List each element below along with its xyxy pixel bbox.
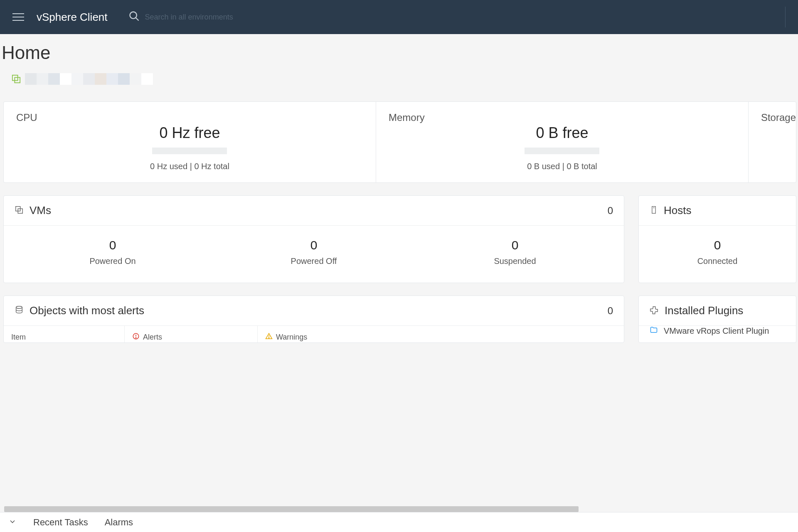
vms-hosts-row: VMs 0 0 Powered On 0 Powered Off 0 Suspe… xyxy=(3,195,796,283)
page-title: Home xyxy=(2,42,798,63)
vms-stats: 0 Powered On 0 Powered Off 0 Suspended xyxy=(12,238,616,266)
hosts-connected-num: 0 xyxy=(647,238,788,252)
plugin-item-label: VMware vRops Client Plugin xyxy=(664,326,769,336)
tab-recent-tasks[interactable]: Recent Tasks xyxy=(33,517,88,528)
hosts-connected[interactable]: 0 Connected xyxy=(647,238,788,266)
memory-label: Memory xyxy=(389,112,736,123)
warning-icon xyxy=(265,332,273,342)
vms-icon xyxy=(15,205,24,216)
svg-point-11 xyxy=(135,337,136,338)
alert-icon xyxy=(132,332,140,342)
vms-suspended[interactable]: 0 Suspended xyxy=(414,238,616,266)
cpu-sub: 0 Hz used | 0 Hz total xyxy=(16,162,363,171)
plugin-item-vrops[interactable]: VMware vRops Client Plugin xyxy=(639,326,796,342)
cpu-bar xyxy=(152,148,227,154)
hosts-icon xyxy=(650,205,658,216)
hosts-title: Hosts xyxy=(664,204,785,217)
tab-alarms[interactable]: Alarms xyxy=(105,517,133,528)
vms-powered-on-num: 0 xyxy=(12,238,213,252)
cpu-card[interactable]: CPU 0 Hz free 0 Hz used | 0 Hz total xyxy=(4,102,376,182)
storage-card[interactable]: Storage xyxy=(748,102,796,182)
search-icon[interactable] xyxy=(128,10,140,24)
storage-label: Storage xyxy=(761,112,796,123)
plugins-title: Installed Plugins xyxy=(665,304,785,317)
resource-panel: CPU 0 Hz free 0 Hz used | 0 Hz total Mem… xyxy=(3,101,796,183)
alerts-col-warnings[interactable]: Warnings xyxy=(257,326,624,342)
vms-powered-off-num: 0 xyxy=(213,238,414,252)
search-wrap xyxy=(128,10,311,24)
alerts-plugins-row: Objects with most alerts 0 Item Alerts xyxy=(3,296,796,343)
vms-powered-on[interactable]: 0 Powered On xyxy=(12,238,213,266)
alerts-col-alerts-label: Alerts xyxy=(143,333,162,342)
vms-card[interactable]: VMs 0 0 Powered On 0 Powered Off 0 Suspe… xyxy=(3,195,624,283)
memory-bar xyxy=(525,148,599,154)
memory-card[interactable]: Memory 0 B free 0 B used | 0 B total xyxy=(376,102,748,182)
search-input[interactable] xyxy=(145,13,311,22)
app-brand: vSphere Client xyxy=(37,11,108,24)
cpu-free-value: 0 Hz free xyxy=(16,124,363,142)
cpu-label: CPU xyxy=(16,112,363,123)
page-content: Home CPU 0 Hz free 0 Hz used | 0 Hz tota… xyxy=(0,34,798,343)
navbar-divider xyxy=(785,7,786,27)
vms-suspended-label: Suspended xyxy=(414,256,616,266)
plugin-icon xyxy=(650,305,659,316)
alerts-count: 0 xyxy=(608,305,613,317)
svg-point-0 xyxy=(130,12,136,19)
horizontal-scrollbar[interactable] xyxy=(0,506,798,512)
svg-rect-6 xyxy=(652,206,655,213)
memory-sub: 0 B used | 0 B total xyxy=(389,162,736,171)
svg-point-8 xyxy=(16,306,22,308)
svg-point-13 xyxy=(268,337,269,338)
svg-line-1 xyxy=(135,18,138,21)
vms-powered-off[interactable]: 0 Powered Off xyxy=(213,238,414,266)
bottom-bar: Recent Tasks Alarms xyxy=(0,512,798,532)
alerts-columns: Item Alerts Warnings xyxy=(4,326,624,342)
vms-suspended-num: 0 xyxy=(414,238,616,252)
vms-powered-on-label: Powered On xyxy=(12,256,213,266)
chevron-down-icon[interactable] xyxy=(8,517,17,527)
vcenter-name-redacted xyxy=(25,73,153,85)
alerts-col-alerts[interactable]: Alerts xyxy=(124,326,257,342)
alerts-col-item[interactable]: Item xyxy=(4,326,124,342)
scrollbar-thumb[interactable] xyxy=(4,506,579,512)
alerts-title: Objects with most alerts xyxy=(30,304,602,317)
vcenter-icon xyxy=(12,74,21,84)
vms-count: 0 xyxy=(608,205,613,217)
top-navbar: vSphere Client xyxy=(0,0,798,34)
memory-free-value: 0 B free xyxy=(389,124,736,142)
vcenter-row xyxy=(2,73,798,85)
hosts-connected-label: Connected xyxy=(647,256,788,266)
folder-icon xyxy=(650,326,658,336)
vms-title: VMs xyxy=(30,204,602,217)
menu-icon[interactable] xyxy=(12,13,24,21)
database-icon xyxy=(15,305,24,316)
hosts-card[interactable]: Hosts 0 Connected xyxy=(638,195,796,283)
alerts-col-warnings-label: Warnings xyxy=(276,333,307,342)
vms-powered-off-label: Powered Off xyxy=(213,256,414,266)
plugins-card[interactable]: Installed Plugins VMware vRops Client Pl… xyxy=(638,296,796,343)
alerts-card[interactable]: Objects with most alerts 0 Item Alerts xyxy=(3,296,624,343)
